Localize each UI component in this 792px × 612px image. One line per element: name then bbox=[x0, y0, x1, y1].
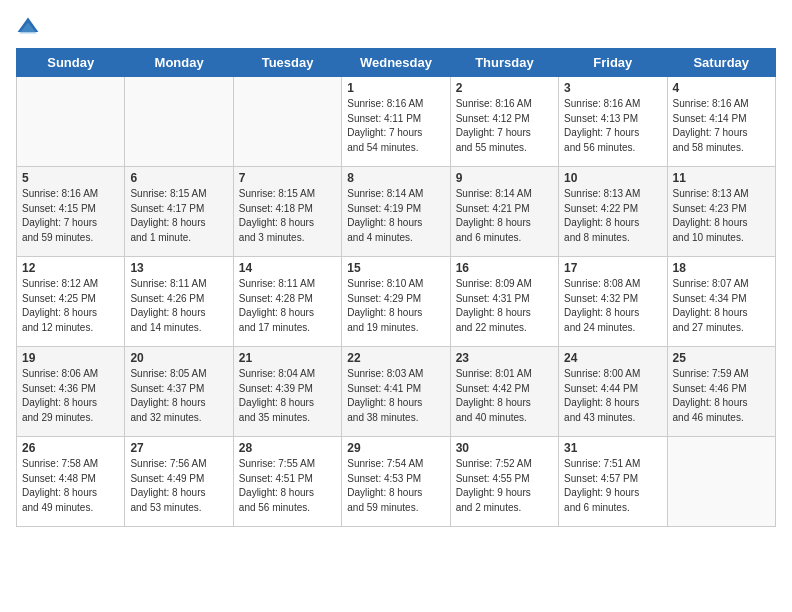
day-info: Sunrise: 8:14 AM Sunset: 4:21 PM Dayligh… bbox=[456, 187, 553, 245]
calendar-cell: 30Sunrise: 7:52 AM Sunset: 4:55 PM Dayli… bbox=[450, 437, 558, 527]
day-number: 21 bbox=[239, 351, 336, 365]
weekday-header-friday: Friday bbox=[559, 49, 667, 77]
day-number: 18 bbox=[673, 261, 770, 275]
weekday-header-wednesday: Wednesday bbox=[342, 49, 450, 77]
calendar-cell: 2Sunrise: 8:16 AM Sunset: 4:12 PM Daylig… bbox=[450, 77, 558, 167]
calendar-cell: 11Sunrise: 8:13 AM Sunset: 4:23 PM Dayli… bbox=[667, 167, 775, 257]
day-number: 11 bbox=[673, 171, 770, 185]
day-number: 8 bbox=[347, 171, 444, 185]
day-info: Sunrise: 8:16 AM Sunset: 4:12 PM Dayligh… bbox=[456, 97, 553, 155]
day-number: 12 bbox=[22, 261, 119, 275]
weekday-row: SundayMondayTuesdayWednesdayThursdayFrid… bbox=[17, 49, 776, 77]
day-number: 22 bbox=[347, 351, 444, 365]
day-number: 2 bbox=[456, 81, 553, 95]
calendar-cell: 28Sunrise: 7:55 AM Sunset: 4:51 PM Dayli… bbox=[233, 437, 341, 527]
day-info: Sunrise: 7:54 AM Sunset: 4:53 PM Dayligh… bbox=[347, 457, 444, 515]
day-info: Sunrise: 7:56 AM Sunset: 4:49 PM Dayligh… bbox=[130, 457, 227, 515]
day-info: Sunrise: 8:04 AM Sunset: 4:39 PM Dayligh… bbox=[239, 367, 336, 425]
day-info: Sunrise: 8:05 AM Sunset: 4:37 PM Dayligh… bbox=[130, 367, 227, 425]
calendar-cell: 25Sunrise: 7:59 AM Sunset: 4:46 PM Dayli… bbox=[667, 347, 775, 437]
calendar-cell: 8Sunrise: 8:14 AM Sunset: 4:19 PM Daylig… bbox=[342, 167, 450, 257]
day-info: Sunrise: 8:15 AM Sunset: 4:17 PM Dayligh… bbox=[130, 187, 227, 245]
calendar-cell: 19Sunrise: 8:06 AM Sunset: 4:36 PM Dayli… bbox=[17, 347, 125, 437]
calendar-cell: 6Sunrise: 8:15 AM Sunset: 4:17 PM Daylig… bbox=[125, 167, 233, 257]
day-info: Sunrise: 8:11 AM Sunset: 4:28 PM Dayligh… bbox=[239, 277, 336, 335]
calendar-cell: 17Sunrise: 8:08 AM Sunset: 4:32 PM Dayli… bbox=[559, 257, 667, 347]
calendar-week-3: 12Sunrise: 8:12 AM Sunset: 4:25 PM Dayli… bbox=[17, 257, 776, 347]
calendar-cell bbox=[17, 77, 125, 167]
day-info: Sunrise: 8:09 AM Sunset: 4:31 PM Dayligh… bbox=[456, 277, 553, 335]
day-number: 27 bbox=[130, 441, 227, 455]
calendar-table: SundayMondayTuesdayWednesdayThursdayFrid… bbox=[16, 48, 776, 527]
calendar-cell: 9Sunrise: 8:14 AM Sunset: 4:21 PM Daylig… bbox=[450, 167, 558, 257]
day-number: 23 bbox=[456, 351, 553, 365]
calendar-cell: 7Sunrise: 8:15 AM Sunset: 4:18 PM Daylig… bbox=[233, 167, 341, 257]
page-header bbox=[16, 16, 776, 40]
day-number: 16 bbox=[456, 261, 553, 275]
day-number: 6 bbox=[130, 171, 227, 185]
day-number: 25 bbox=[673, 351, 770, 365]
calendar-cell: 22Sunrise: 8:03 AM Sunset: 4:41 PM Dayli… bbox=[342, 347, 450, 437]
day-number: 29 bbox=[347, 441, 444, 455]
day-number: 24 bbox=[564, 351, 661, 365]
calendar-header: SundayMondayTuesdayWednesdayThursdayFrid… bbox=[17, 49, 776, 77]
calendar-cell: 20Sunrise: 8:05 AM Sunset: 4:37 PM Dayli… bbox=[125, 347, 233, 437]
calendar-cell: 13Sunrise: 8:11 AM Sunset: 4:26 PM Dayli… bbox=[125, 257, 233, 347]
weekday-header-tuesday: Tuesday bbox=[233, 49, 341, 77]
calendar-week-4: 19Sunrise: 8:06 AM Sunset: 4:36 PM Dayli… bbox=[17, 347, 776, 437]
calendar-cell: 5Sunrise: 8:16 AM Sunset: 4:15 PM Daylig… bbox=[17, 167, 125, 257]
weekday-header-thursday: Thursday bbox=[450, 49, 558, 77]
day-number: 17 bbox=[564, 261, 661, 275]
calendar-cell: 16Sunrise: 8:09 AM Sunset: 4:31 PM Dayli… bbox=[450, 257, 558, 347]
calendar-cell: 4Sunrise: 8:16 AM Sunset: 4:14 PM Daylig… bbox=[667, 77, 775, 167]
day-number: 30 bbox=[456, 441, 553, 455]
calendar-cell: 15Sunrise: 8:10 AM Sunset: 4:29 PM Dayli… bbox=[342, 257, 450, 347]
calendar-cell: 12Sunrise: 8:12 AM Sunset: 4:25 PM Dayli… bbox=[17, 257, 125, 347]
calendar-cell: 14Sunrise: 8:11 AM Sunset: 4:28 PM Dayli… bbox=[233, 257, 341, 347]
calendar-week-1: 1Sunrise: 8:16 AM Sunset: 4:11 PM Daylig… bbox=[17, 77, 776, 167]
day-number: 14 bbox=[239, 261, 336, 275]
calendar-cell bbox=[233, 77, 341, 167]
day-info: Sunrise: 8:16 AM Sunset: 4:11 PM Dayligh… bbox=[347, 97, 444, 155]
day-number: 26 bbox=[22, 441, 119, 455]
calendar-cell: 26Sunrise: 7:58 AM Sunset: 4:48 PM Dayli… bbox=[17, 437, 125, 527]
day-info: Sunrise: 8:01 AM Sunset: 4:42 PM Dayligh… bbox=[456, 367, 553, 425]
calendar-week-5: 26Sunrise: 7:58 AM Sunset: 4:48 PM Dayli… bbox=[17, 437, 776, 527]
day-number: 28 bbox=[239, 441, 336, 455]
day-info: Sunrise: 7:52 AM Sunset: 4:55 PM Dayligh… bbox=[456, 457, 553, 515]
calendar-cell: 24Sunrise: 8:00 AM Sunset: 4:44 PM Dayli… bbox=[559, 347, 667, 437]
day-info: Sunrise: 8:13 AM Sunset: 4:23 PM Dayligh… bbox=[673, 187, 770, 245]
day-number: 20 bbox=[130, 351, 227, 365]
calendar-cell: 3Sunrise: 8:16 AM Sunset: 4:13 PM Daylig… bbox=[559, 77, 667, 167]
day-info: Sunrise: 8:03 AM Sunset: 4:41 PM Dayligh… bbox=[347, 367, 444, 425]
day-number: 9 bbox=[456, 171, 553, 185]
day-info: Sunrise: 8:07 AM Sunset: 4:34 PM Dayligh… bbox=[673, 277, 770, 335]
day-info: Sunrise: 7:51 AM Sunset: 4:57 PM Dayligh… bbox=[564, 457, 661, 515]
day-info: Sunrise: 8:14 AM Sunset: 4:19 PM Dayligh… bbox=[347, 187, 444, 245]
day-info: Sunrise: 8:16 AM Sunset: 4:14 PM Dayligh… bbox=[673, 97, 770, 155]
weekday-header-saturday: Saturday bbox=[667, 49, 775, 77]
day-number: 13 bbox=[130, 261, 227, 275]
weekday-header-monday: Monday bbox=[125, 49, 233, 77]
day-number: 1 bbox=[347, 81, 444, 95]
day-number: 4 bbox=[673, 81, 770, 95]
day-info: Sunrise: 8:13 AM Sunset: 4:22 PM Dayligh… bbox=[564, 187, 661, 245]
day-info: Sunrise: 7:55 AM Sunset: 4:51 PM Dayligh… bbox=[239, 457, 336, 515]
day-info: Sunrise: 8:11 AM Sunset: 4:26 PM Dayligh… bbox=[130, 277, 227, 335]
calendar-week-2: 5Sunrise: 8:16 AM Sunset: 4:15 PM Daylig… bbox=[17, 167, 776, 257]
calendar-cell: 31Sunrise: 7:51 AM Sunset: 4:57 PM Dayli… bbox=[559, 437, 667, 527]
calendar-body: 1Sunrise: 8:16 AM Sunset: 4:11 PM Daylig… bbox=[17, 77, 776, 527]
day-info: Sunrise: 8:00 AM Sunset: 4:44 PM Dayligh… bbox=[564, 367, 661, 425]
day-number: 3 bbox=[564, 81, 661, 95]
day-info: Sunrise: 8:12 AM Sunset: 4:25 PM Dayligh… bbox=[22, 277, 119, 335]
day-info: Sunrise: 8:15 AM Sunset: 4:18 PM Dayligh… bbox=[239, 187, 336, 245]
calendar-cell: 23Sunrise: 8:01 AM Sunset: 4:42 PM Dayli… bbox=[450, 347, 558, 437]
day-info: Sunrise: 8:16 AM Sunset: 4:13 PM Dayligh… bbox=[564, 97, 661, 155]
calendar-cell bbox=[125, 77, 233, 167]
day-info: Sunrise: 7:59 AM Sunset: 4:46 PM Dayligh… bbox=[673, 367, 770, 425]
logo-icon bbox=[16, 16, 40, 40]
day-number: 7 bbox=[239, 171, 336, 185]
day-info: Sunrise: 8:08 AM Sunset: 4:32 PM Dayligh… bbox=[564, 277, 661, 335]
day-number: 31 bbox=[564, 441, 661, 455]
calendar-cell: 18Sunrise: 8:07 AM Sunset: 4:34 PM Dayli… bbox=[667, 257, 775, 347]
